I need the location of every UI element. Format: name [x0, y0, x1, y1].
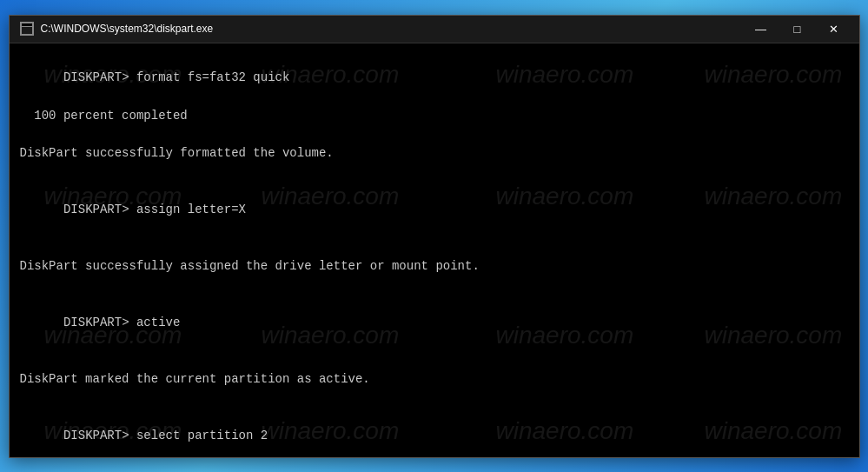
terminal-line — [20, 276, 849, 296]
title-bar: C:\WINDOWS\system32\diskpart.exe — □ ✕ — [10, 16, 859, 43]
terminal-line — [20, 352, 849, 371]
terminal-line: DiskPart marked the current partition as… — [20, 370, 849, 389]
prompt: DISKPART> — [63, 203, 136, 216]
terminal-line: DISKPART> assign letter=X — [20, 182, 849, 238]
window-title: C:\WINDOWS\system32\diskpart.exe — [41, 23, 746, 35]
terminal-window: C:\WINDOWS\system32\diskpart.exe — □ ✕ w… — [9, 15, 860, 458]
close-button[interactable]: ✕ — [814, 15, 854, 43]
terminal-line — [20, 125, 849, 144]
terminal-line: DISKPART> format fs=fat32 quick — [20, 50, 849, 107]
terminal-body[interactable]: winaero.com winaero.com winaero.com wina… — [10, 43, 859, 457]
prompt: DISKPART> — [63, 316, 136, 329]
terminal-line: DISKPART> select partition 2 — [20, 409, 849, 457]
svg-rect-2 — [22, 27, 32, 34]
minimize-button[interactable]: — — [741, 15, 781, 43]
maximize-button[interactable]: □ — [778, 15, 818, 43]
prompt: DISKPART> — [63, 70, 136, 84]
prompt: DISKPART> — [63, 429, 136, 442]
terminal-line: DiskPart successfully formatted the volu… — [20, 144, 849, 163]
window-icon — [20, 22, 34, 36]
svg-rect-1 — [22, 23, 32, 26]
terminal-line — [20, 389, 849, 409]
window-controls: — □ ✕ — [746, 15, 849, 43]
terminal-line: DISKPART> active — [20, 295, 849, 351]
terminal-line — [20, 163, 849, 183]
terminal-line — [20, 238, 849, 257]
terminal-line: 100 percent completed — [20, 107, 849, 126]
terminal-line: DiskPart successfully assigned the drive… — [20, 257, 849, 276]
